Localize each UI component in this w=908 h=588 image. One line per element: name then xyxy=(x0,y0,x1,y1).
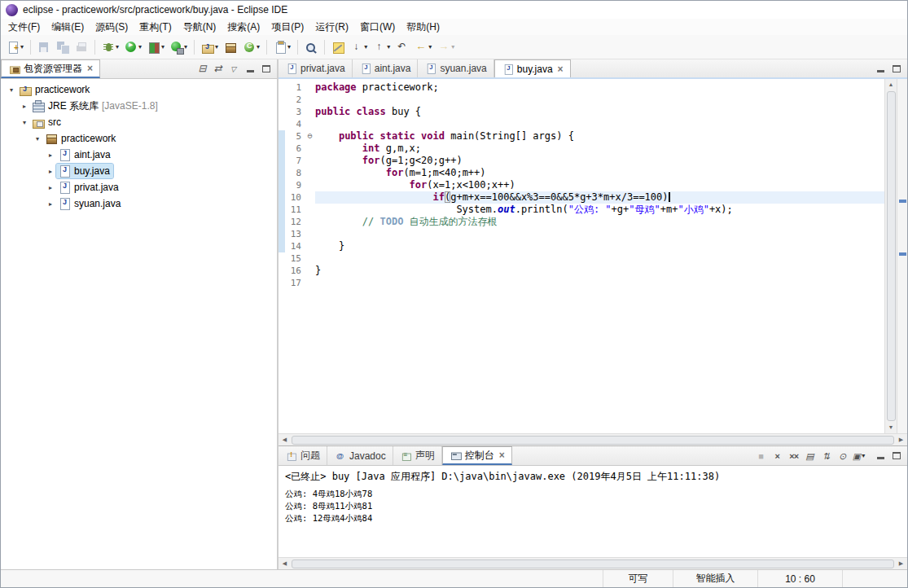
minimize-console-button[interactable] xyxy=(873,446,888,465)
horizontal-scrollbar-thumb[interactable] xyxy=(292,436,894,445)
menu-item[interactable]: 项目(P) xyxy=(265,19,309,36)
last-edit-location-button[interactable] xyxy=(393,37,411,57)
view-tab[interactable]: Javadoc xyxy=(327,446,393,465)
menu-item[interactable]: 编辑(E) xyxy=(46,19,90,36)
scroll-left-icon[interactable] xyxy=(279,560,291,567)
scroll-lock-button[interactable] xyxy=(818,447,834,465)
dropdown-arrow-icon[interactable] xyxy=(138,43,142,50)
fold-collapse-icon[interactable] xyxy=(305,130,315,143)
code-line[interactable]: 9 for(x=1;x<100;x++) xyxy=(279,179,884,191)
expand-arrow-icon[interactable] xyxy=(19,103,30,110)
collapse-arrow-icon[interactable] xyxy=(6,86,17,94)
editor-tab[interactable]: buy.java xyxy=(494,59,571,77)
clear-console-button[interactable] xyxy=(802,447,818,465)
overview-marker[interactable] xyxy=(899,200,906,203)
editor-vertical-scrollbar[interactable] xyxy=(884,79,897,433)
scroll-right-icon[interactable] xyxy=(895,437,907,443)
dropdown-arrow-icon[interactable] xyxy=(428,43,432,50)
new-wizard-button[interactable] xyxy=(4,37,26,57)
new-java-project-button[interactable] xyxy=(199,37,221,57)
tree-item[interactable]: syuan.java xyxy=(1,195,277,212)
code-line[interactable]: 7 for(g=1;g<20;g++) xyxy=(279,155,884,167)
tree-item[interactable]: practicework xyxy=(1,81,277,98)
scroll-up-icon[interactable] xyxy=(888,79,894,90)
editor-horizontal-scrollbar[interactable] xyxy=(279,433,907,445)
coverage-button[interactable] xyxy=(145,37,167,57)
input-mode-status[interactable]: 智能插入 xyxy=(673,570,757,587)
dropdown-arrow-icon[interactable] xyxy=(387,43,390,50)
search-button[interactable] xyxy=(302,37,320,57)
scroll-left-icon[interactable] xyxy=(279,437,291,443)
dropdown-arrow-icon[interactable] xyxy=(215,43,218,50)
maximize-console-button[interactable] xyxy=(889,446,904,465)
caret-position-status[interactable]: 10 : 60 xyxy=(757,570,842,587)
tree-item[interactable]: JRE 系统库[JavaSE-1.8] xyxy=(1,98,277,114)
expand-arrow-icon[interactable] xyxy=(45,168,56,175)
dropdown-arrow-icon[interactable] xyxy=(364,43,367,50)
next-annotation-button[interactable] xyxy=(348,37,370,57)
code-line[interactable]: 14 } xyxy=(279,240,884,252)
tree-item[interactable]: src xyxy=(1,114,277,130)
dropdown-arrow-icon[interactable] xyxy=(20,43,24,50)
code-line[interactable]: 2 xyxy=(279,94,884,106)
menu-item[interactable]: 搜索(A) xyxy=(222,19,265,36)
scroll-right-icon[interactable] xyxy=(895,560,907,567)
view-tab[interactable]: 问题 xyxy=(279,446,327,465)
view-tab[interactable]: 声明 xyxy=(393,446,442,465)
dropdown-arrow-icon[interactable] xyxy=(862,452,865,459)
horizontal-scrollbar-thumb[interactable] xyxy=(292,559,894,568)
code-line[interactable]: 16} xyxy=(279,265,884,277)
code-line[interactable]: 11 System.out.println("公鸡: "+g+"母鸡"+m+"小… xyxy=(279,204,884,216)
menu-item[interactable]: 导航(N) xyxy=(178,19,222,36)
code-line[interactable]: 3public class buy { xyxy=(279,106,884,118)
dropdown-arrow-icon[interactable] xyxy=(184,43,187,50)
expand-arrow-icon[interactable] xyxy=(45,151,56,159)
dropdown-arrow-icon[interactable] xyxy=(161,43,164,50)
collapse-all-button[interactable] xyxy=(195,59,210,77)
close-tab-icon[interactable] xyxy=(558,64,564,75)
debug-button[interactable] xyxy=(99,37,121,57)
code-line[interactable]: 12 // TODO 自动生成的方法存根 xyxy=(279,216,884,228)
menu-item[interactable]: 源码(S) xyxy=(90,19,134,36)
menu-item[interactable]: 运行(R) xyxy=(309,19,354,36)
menu-item[interactable]: 文件(F) xyxy=(2,19,46,36)
maximize-editor-button[interactable] xyxy=(889,59,904,77)
menu-item[interactable]: 帮助(H) xyxy=(401,19,445,36)
view-tab[interactable]: 控制台 xyxy=(442,446,512,465)
open-console-button[interactable] xyxy=(851,447,866,465)
previous-annotation-button[interactable] xyxy=(371,37,393,57)
remove-all-launches-button[interactable] xyxy=(786,447,801,465)
open-task-button[interactable] xyxy=(271,37,293,57)
editor-tab[interactable]: syuan.java xyxy=(418,59,493,77)
close-view-icon[interactable] xyxy=(87,63,93,74)
minimize-explorer-button[interactable] xyxy=(243,59,257,78)
code-line[interactable]: 13 xyxy=(279,228,884,240)
remove-launch-button[interactable] xyxy=(770,447,785,465)
console-horizontal-scrollbar[interactable] xyxy=(279,557,907,569)
console-output-area[interactable]: <已终止> buy [Java 应用程序] D:\java\bin\javaw.… xyxy=(279,466,907,557)
tree-item[interactable]: aint.java xyxy=(1,147,277,163)
collapse-arrow-icon[interactable] xyxy=(19,119,30,126)
overview-ruler[interactable] xyxy=(897,79,907,433)
code-line[interactable]: 5 public static void main(String[] args)… xyxy=(279,130,884,143)
mark-occurrences-button[interactable] xyxy=(329,37,347,57)
code-line[interactable]: 17 xyxy=(279,277,884,289)
new-package-button[interactable] xyxy=(222,37,239,57)
expand-arrow-icon[interactable] xyxy=(45,200,56,208)
code-line[interactable]: 6 int g,m,x; xyxy=(279,143,884,155)
code-line[interactable]: 10 if(g+m+x==100&&x%3==0&&5*g+3*m+x/3==1… xyxy=(279,191,884,204)
dropdown-arrow-icon[interactable] xyxy=(257,43,260,50)
tree-item[interactable]: buy.java xyxy=(1,163,277,179)
code-area[interactable]: 1package practicework;23public class buy… xyxy=(279,79,884,433)
tree-item[interactable]: privat.java xyxy=(1,179,277,195)
code-line[interactable]: 8 for(m=1;m<40;m++) xyxy=(279,167,884,179)
menu-item[interactable]: 窗口(W) xyxy=(354,19,401,36)
run-button[interactable] xyxy=(122,37,144,57)
tree-item[interactable]: practicework xyxy=(1,130,277,147)
dropdown-arrow-icon[interactable] xyxy=(451,43,454,50)
menu-item[interactable]: 重构(T) xyxy=(134,19,177,36)
external-tools-button[interactable] xyxy=(168,37,190,57)
code-line[interactable]: 4 xyxy=(279,118,884,130)
editor-tab[interactable]: aint.java xyxy=(353,59,419,77)
expand-arrow-icon[interactable] xyxy=(45,184,56,191)
